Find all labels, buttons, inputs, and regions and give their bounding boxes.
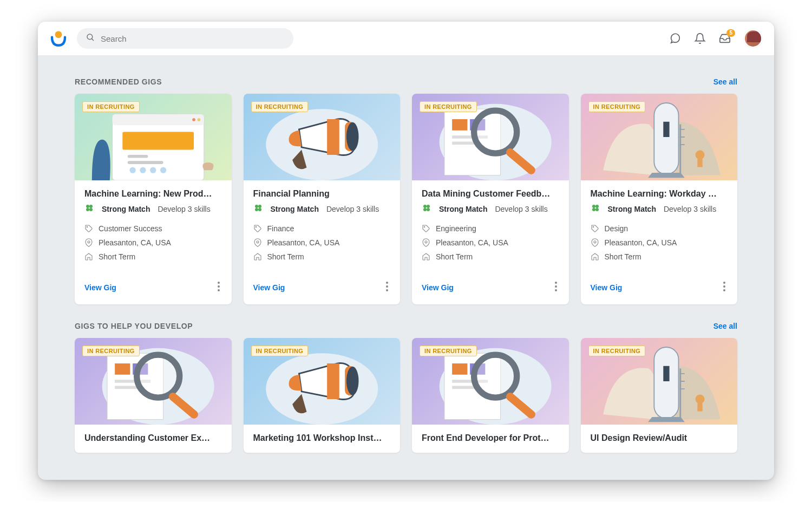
card-row-develop: IN RECRUITING Understanding Customer Ex…… — [75, 338, 737, 453]
match-icon — [422, 203, 431, 214]
kebab-icon[interactable] — [553, 279, 559, 296]
card-illustration: IN RECRUITING — [244, 338, 401, 425]
view-gig-link[interactable]: View Gig — [422, 283, 454, 292]
bell-icon[interactable] — [694, 32, 706, 44]
svg-point-48 — [257, 241, 259, 243]
meta-location: Pleasanton, CA, USA — [253, 238, 391, 247]
match-label: Strong Match — [271, 205, 319, 213]
svg-point-68 — [723, 285, 725, 288]
card-illustration: IN RECRUITING — [412, 338, 569, 425]
gig-card[interactable]: IN RECRUITING Machine Learning: New Prod… — [75, 94, 232, 304]
avatar[interactable] — [744, 29, 762, 48]
develop-label: Develop 3 skills — [158, 205, 210, 213]
svg-point-49 — [386, 282, 388, 284]
gig-title: Machine Learning: New Prod… — [84, 189, 222, 199]
svg-point-44 — [258, 205, 261, 208]
view-gig-link[interactable]: View Gig — [84, 283, 116, 292]
section-title: GIGS TO HELP YOU DEVELOP — [75, 322, 193, 330]
meta-location: Pleasanton, CA, USA — [591, 238, 728, 247]
inbox-icon[interactable]: 5 — [719, 32, 731, 44]
svg-point-56 — [424, 226, 425, 227]
match-icon — [591, 203, 600, 214]
workday-logo[interactable] — [50, 30, 67, 47]
chat-icon[interactable] — [669, 32, 681, 44]
svg-point-50 — [386, 285, 388, 288]
gig-card[interactable]: IN RECRUITING Front End Developer for Pr… — [412, 338, 569, 453]
svg-point-46 — [258, 208, 261, 211]
gig-card[interactable]: IN RECRUITING Machine Learning: Workday … — [581, 94, 738, 304]
develop-label: Develop 3 skills — [326, 205, 379, 213]
card-body: Data Mining Customer Feedb… Strong Match… — [412, 180, 569, 272]
meta-term: Short Term — [253, 252, 391, 261]
kebab-icon[interactable] — [721, 279, 728, 296]
kebab-icon[interactable] — [215, 279, 222, 296]
match-row: Strong Match Develop 3 skills — [84, 203, 222, 214]
match-label: Strong Match — [608, 205, 656, 213]
svg-point-43 — [255, 205, 258, 208]
match-icon — [84, 203, 94, 214]
svg-point-66 — [594, 241, 596, 243]
card-body: UI Design Review/Audit — [581, 425, 738, 453]
svg-point-35 — [89, 205, 93, 208]
svg-point-41 — [218, 285, 220, 288]
see-all-link[interactable]: See all — [713, 322, 737, 330]
svg-point-47 — [256, 226, 257, 227]
gig-card[interactable]: IN RECRUITING Data Mining Customer Feedb… — [412, 94, 569, 304]
main-content: RECOMMENDED GIGS See all IN RECRUITING M… — [38, 56, 774, 480]
section-head-develop: GIGS TO HELP YOU DEVELOP See all — [75, 322, 737, 330]
inbox-badge: 5 — [726, 29, 735, 37]
match-label: Strong Match — [439, 205, 487, 213]
svg-point-61 — [592, 205, 595, 208]
gig-title: Understanding Customer Ex… — [84, 433, 222, 443]
search-icon — [86, 32, 95, 44]
meta-term: Short Term — [422, 252, 559, 261]
svg-point-31 — [55, 31, 62, 38]
meta-category: Engineering — [422, 224, 559, 233]
card-illustration: IN RECRUITING — [75, 338, 232, 425]
gig-title: UI Design Review/Audit — [591, 433, 728, 443]
card-illustration: IN RECRUITING — [75, 94, 232, 180]
svg-point-63 — [592, 208, 595, 211]
match-row: Strong Match Develop 3 skills — [591, 203, 728, 214]
status-chip: IN RECRUITING — [588, 101, 646, 112]
search-field[interactable] — [77, 28, 293, 49]
card-illustration: IN RECRUITING — [581, 338, 738, 425]
topbar: 5 — [38, 22, 774, 56]
svg-point-58 — [555, 282, 557, 284]
svg-point-39 — [88, 241, 90, 243]
svg-line-33 — [91, 38, 94, 41]
app-window: 5 RECOMMENDED GIGS See all IN RECRUITING… — [38, 22, 774, 480]
svg-point-36 — [86, 208, 89, 211]
card-illustration: IN RECRUITING — [581, 94, 738, 180]
see-all-link[interactable]: See all — [713, 77, 737, 86]
svg-point-54 — [423, 208, 427, 211]
view-gig-link[interactable]: View Gig — [253, 283, 285, 292]
section-head-recommended: RECOMMENDED GIGS See all — [75, 77, 737, 86]
meta-category: Design — [591, 224, 728, 233]
svg-point-62 — [595, 205, 599, 208]
card-footer: View Gig — [244, 272, 401, 304]
meta-category: Finance — [253, 224, 391, 233]
svg-point-64 — [595, 208, 599, 211]
card-footer: View Gig — [412, 272, 569, 304]
meta-location: Pleasanton, CA, USA — [84, 238, 222, 247]
match-row: Strong Match Develop 3 skills — [422, 203, 559, 214]
gig-card[interactable]: IN RECRUITING Marketing 101 Workshop Ins… — [244, 338, 401, 453]
gig-card[interactable]: IN RECRUITING UI Design Review/Audit — [581, 338, 738, 453]
gig-card[interactable]: IN RECRUITING Financial Planning Strong … — [244, 94, 401, 304]
match-row: Strong Match Develop 3 skills — [253, 203, 391, 214]
card-illustration: IN RECRUITING — [412, 94, 569, 180]
card-body: Marketing 101 Workshop Inst… — [244, 425, 401, 453]
status-chip: IN RECRUITING — [251, 101, 309, 112]
card-row-recommended: IN RECRUITING Machine Learning: New Prod… — [75, 94, 737, 304]
svg-point-51 — [386, 289, 388, 291]
status-chip: IN RECRUITING — [420, 346, 477, 356]
status-chip: IN RECRUITING — [82, 346, 140, 356]
view-gig-link[interactable]: View Gig — [591, 283, 623, 292]
meta-term: Short Term — [84, 252, 222, 261]
kebab-icon[interactable] — [384, 279, 390, 296]
card-body: Financial Planning Strong Match Develop … — [244, 180, 401, 272]
search-input[interactable] — [101, 34, 285, 43]
card-body: Machine Learning: New Prod… Strong Match… — [75, 180, 232, 272]
gig-card[interactable]: IN RECRUITING Understanding Customer Ex… — [75, 338, 232, 453]
